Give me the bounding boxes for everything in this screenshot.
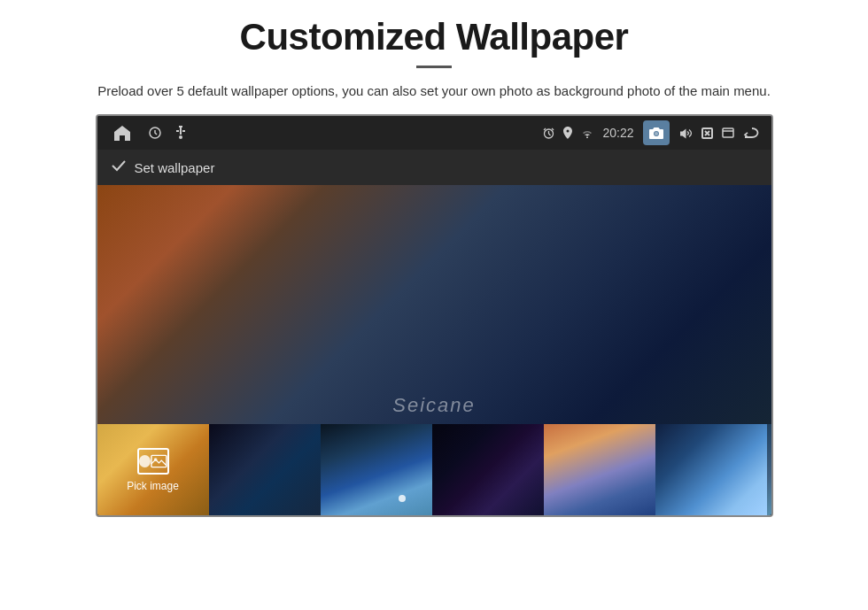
location-icon: [563, 127, 572, 139]
volume-icon[interactable]: [678, 127, 693, 139]
svg-line-9: [544, 128, 546, 130]
status-left: [110, 120, 186, 145]
pick-image-icon: [137, 448, 169, 475]
wallpaper-thumb-4[interactable]: [544, 424, 655, 515]
svg-rect-4: [182, 130, 185, 132]
back-icon[interactable]: [743, 127, 759, 139]
svg-point-5: [179, 135, 182, 139]
svg-rect-3: [176, 130, 179, 132]
svg-line-8: [549, 134, 551, 135]
wallpaper-preview: Seicane: [97, 185, 771, 424]
wallpaper-bar: Set wallpaper: [97, 150, 771, 185]
home-icon[interactable]: [110, 120, 135, 145]
time-display: 20:22: [602, 126, 633, 140]
svg-point-13: [655, 132, 658, 135]
wallpaper-thumb-2[interactable]: [321, 424, 432, 515]
svg-line-10: [552, 128, 554, 130]
wallpaper-bar-label: Set wallpaper: [135, 160, 215, 175]
alarm-icon: [543, 127, 554, 139]
wallpaper-thumb-1[interactable]: [209, 424, 321, 515]
svg-rect-2: [180, 127, 182, 135]
close-icon[interactable]: [701, 127, 713, 139]
page-subtitle: Preload over 5 default wallpaper options…: [35, 81, 833, 102]
status-right: 20:22: [543, 120, 758, 145]
window-icon[interactable]: [722, 127, 734, 138]
page-wrapper: Customized Wallpaper Preload over 5 defa…: [0, 0, 868, 526]
svg-point-11: [586, 136, 588, 138]
usb-icon: [175, 126, 186, 140]
check-icon: [112, 159, 126, 175]
device-frame: 20:22: [96, 114, 773, 517]
watermark: Seicane: [392, 394, 476, 417]
wifi-icon: [581, 128, 593, 138]
page-title: Customized Wallpaper: [27, 16, 841, 58]
clock-icon: [149, 127, 161, 139]
wallpaper-thumb-partial: [767, 424, 773, 515]
status-bar: 20:22: [97, 116, 771, 150]
svg-rect-17: [723, 128, 733, 137]
svg-rect-1: [179, 126, 182, 127]
pick-image-thumb[interactable]: Pick image: [97, 424, 209, 515]
thumbnail-strip: Pick image: [97, 424, 771, 515]
title-section: Customized Wallpaper Preload over 5 defa…: [27, 16, 841, 102]
pick-image-label: Pick image: [127, 480, 179, 492]
title-divider: [416, 66, 452, 68]
wallpaper-thumb-3[interactable]: [432, 424, 544, 515]
wallpaper-thumb-5[interactable]: [655, 424, 767, 515]
camera-icon[interactable]: [643, 120, 670, 145]
